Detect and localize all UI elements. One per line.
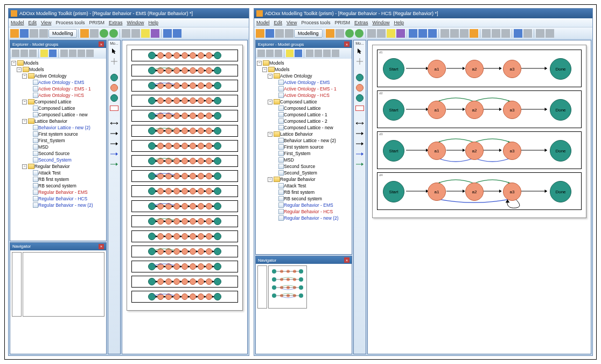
action-node[interactable] bbox=[165, 67, 172, 74]
diagram-row[interactable] bbox=[131, 200, 238, 212]
tree-item[interactable]: First system source bbox=[11, 131, 105, 137]
diagram-row[interactable] bbox=[131, 125, 238, 137]
tool-icon[interactable] bbox=[69, 50, 76, 57]
start-node[interactable]: Start bbox=[383, 140, 404, 162]
diagram-row[interactable] bbox=[131, 140, 238, 152]
action-node[interactable] bbox=[173, 67, 180, 74]
arrow-blue-icon[interactable] bbox=[109, 150, 119, 158]
tree-item[interactable]: RB second system bbox=[257, 195, 351, 202]
tree-group[interactable]: −Active Ontology bbox=[11, 73, 105, 79]
arrow-green-icon[interactable] bbox=[355, 160, 365, 169]
action-node[interactable] bbox=[190, 248, 196, 255]
menu-help[interactable]: Help bbox=[394, 20, 404, 25]
tree-item[interactable]: Regular Behavior - new (2) bbox=[257, 215, 351, 221]
diagram-row[interactable] bbox=[131, 110, 238, 122]
nav-thumb[interactable] bbox=[23, 252, 104, 317]
action-node[interactable] bbox=[198, 218, 204, 225]
tool-icon[interactable] bbox=[470, 29, 478, 38]
action-node[interactable] bbox=[165, 188, 172, 194]
tree-item[interactable]: Second Source bbox=[257, 163, 351, 170]
diagram-row[interactable] bbox=[131, 230, 238, 242]
action-node[interactable] bbox=[181, 233, 188, 240]
modelling-button[interactable]: Modelling bbox=[48, 29, 77, 38]
grid-icon[interactable] bbox=[355, 57, 365, 66]
tree-item[interactable]: Active Ontology - HCS bbox=[257, 92, 351, 99]
action-node[interactable]: a2 bbox=[465, 183, 484, 201]
start-node[interactable] bbox=[148, 52, 156, 59]
action-node[interactable] bbox=[181, 158, 188, 164]
tree-root[interactable]: −Models bbox=[257, 66, 351, 73]
start-node[interactable] bbox=[148, 233, 156, 240]
action-node[interactable] bbox=[190, 82, 196, 89]
action-node[interactable]: a2 bbox=[465, 142, 484, 160]
tree-root[interactable]: −Models bbox=[11, 60, 105, 66]
tool-icon[interactable] bbox=[78, 50, 85, 57]
action-node[interactable] bbox=[165, 158, 172, 164]
menu-view[interactable]: View bbox=[286, 20, 297, 25]
tool-icon[interactable] bbox=[450, 29, 459, 38]
action-node[interactable] bbox=[190, 67, 196, 74]
action-node[interactable] bbox=[157, 52, 164, 59]
action-node[interactable] bbox=[198, 233, 204, 240]
action-node[interactable] bbox=[173, 82, 180, 89]
action-node[interactable] bbox=[198, 188, 204, 194]
home-icon[interactable] bbox=[256, 29, 264, 38]
tree-group[interactable]: −Active Ontology bbox=[257, 73, 351, 79]
tree-group[interactable]: −Regular Behavior bbox=[257, 176, 351, 183]
close-icon[interactable]: × bbox=[344, 41, 350, 47]
action-node[interactable] bbox=[190, 173, 196, 179]
tool-icon[interactable] bbox=[546, 29, 554, 38]
action-node[interactable] bbox=[165, 248, 172, 255]
tree-item[interactable]: RB first system bbox=[11, 176, 105, 183]
explorer-header[interactable]: Explorer - Model groups × bbox=[10, 40, 106, 48]
diagram-row[interactable] bbox=[131, 155, 238, 167]
action-node[interactable] bbox=[206, 218, 212, 225]
menu-model[interactable]: Model bbox=[256, 20, 270, 25]
tool-icon[interactable] bbox=[90, 29, 99, 38]
action-node[interactable] bbox=[206, 233, 212, 240]
action-node[interactable] bbox=[190, 113, 196, 119]
action-node[interactable] bbox=[157, 158, 164, 164]
menu-edit[interactable]: Edit bbox=[29, 20, 37, 25]
zoom-out-icon[interactable] bbox=[492, 29, 500, 38]
redo-icon[interactable] bbox=[173, 29, 181, 38]
action-node[interactable] bbox=[157, 173, 164, 179]
done-node[interactable] bbox=[214, 67, 221, 74]
tool-icon[interactable] bbox=[20, 50, 28, 57]
menu-process[interactable]: Process tools bbox=[55, 20, 85, 25]
arrow-right-icon[interactable] bbox=[355, 129, 365, 138]
action-node[interactable] bbox=[198, 82, 204, 89]
menu-extras[interactable]: Extras bbox=[109, 20, 123, 25]
tool-icon[interactable] bbox=[39, 29, 48, 38]
start-node[interactable] bbox=[148, 218, 156, 225]
start-node[interactable] bbox=[148, 97, 156, 104]
action-node[interactable] bbox=[165, 203, 172, 209]
menu-window[interactable]: Window bbox=[127, 20, 144, 25]
action-node[interactable] bbox=[198, 52, 204, 59]
diagram-row[interactable]: d1Starta1a2a3Done bbox=[377, 50, 582, 87]
action-node[interactable] bbox=[181, 82, 188, 89]
redo-icon[interactable] bbox=[418, 29, 427, 38]
action-node[interactable] bbox=[181, 143, 188, 149]
tool-icon[interactable] bbox=[257, 50, 265, 57]
action-node[interactable] bbox=[173, 218, 180, 225]
action-node[interactable] bbox=[190, 233, 196, 240]
action-node[interactable] bbox=[190, 158, 196, 164]
tree-item[interactable]: Active Ontology - EMS - 1 bbox=[11, 86, 105, 92]
tool-icon[interactable] bbox=[514, 29, 522, 38]
tree-item[interactable]: Attack Test bbox=[11, 170, 105, 176]
navigator-header[interactable]: Navigator × bbox=[256, 256, 352, 264]
menu-model[interactable]: Model bbox=[11, 20, 24, 25]
action-node[interactable] bbox=[206, 82, 212, 89]
action-node[interactable] bbox=[173, 188, 180, 194]
navigator-body[interactable] bbox=[10, 250, 106, 354]
done-node[interactable] bbox=[214, 263, 221, 270]
action-node[interactable] bbox=[173, 158, 180, 164]
tool-icon[interactable] bbox=[460, 29, 469, 38]
done-node[interactable]: Done bbox=[550, 99, 571, 121]
nav-thumb[interactable] bbox=[268, 265, 307, 309]
done-node-icon[interactable] bbox=[355, 94, 365, 102]
tree-item[interactable]: Composed Lattice - 2 bbox=[257, 118, 351, 124]
tool-icon[interactable] bbox=[86, 50, 94, 57]
tree-item[interactable]: Active Ontology - EMS bbox=[257, 79, 351, 86]
